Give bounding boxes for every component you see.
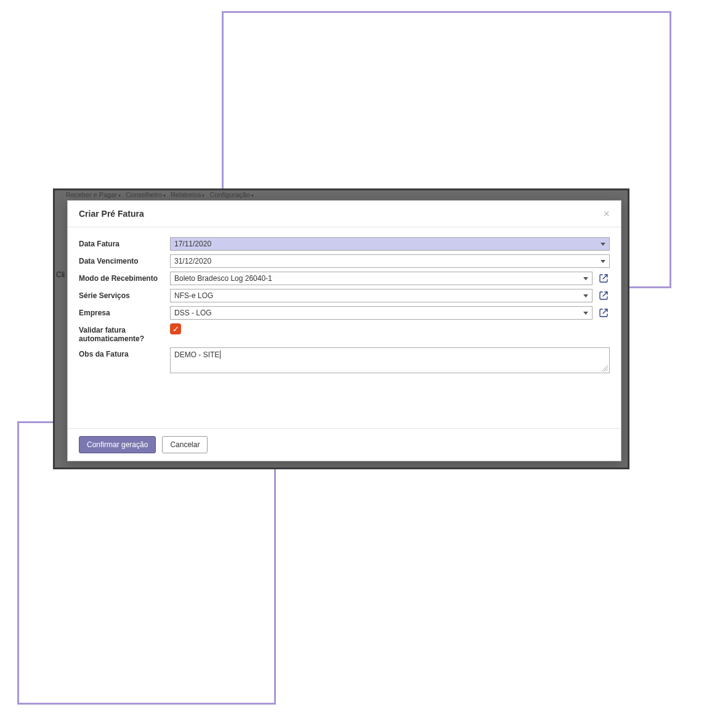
label-modo-recebimento: Modo de Recebimento (79, 272, 170, 283)
empresa-value: DSS - LOG (174, 309, 212, 317)
external-link-icon[interactable] (597, 307, 610, 319)
label-validar-auto: Validar fatura automaticamente? (79, 323, 170, 344)
menu-item-receber-pagar[interactable]: Receber e Pagar (66, 191, 123, 198)
menu-item-configuracao[interactable]: Configuração (209, 191, 256, 198)
data-fatura-select[interactable]: 17/11/2020 (170, 237, 610, 251)
serie-servicos-select[interactable]: NFS-e LOG (170, 289, 593, 302)
data-vencimento-select[interactable]: 31/12/2020 (170, 254, 610, 268)
modal-body: Data Fatura 17/11/2020 Data Vencimento 3… (68, 227, 621, 428)
app-window: Receber e Pagar Conselheiro Relatorios C… (53, 188, 629, 469)
text-cursor (220, 350, 220, 359)
data-fatura-value: 17/11/2020 (174, 240, 211, 248)
modal-title: Criar Pré Fatura (79, 209, 144, 219)
external-link-icon[interactable] (597, 289, 610, 302)
menu-item-conselheiro[interactable]: Conselheiro (126, 191, 168, 198)
data-vencimento-value: 31/12/2020 (174, 257, 211, 265)
modal-criar-pre-fatura: Criar Pré Fatura × Data Fatura 17/11/202… (67, 200, 621, 461)
resize-grip-icon[interactable] (602, 365, 608, 371)
modo-recebimento-value: Boleto Bradesco Log 26040-1 (174, 274, 272, 283)
modo-recebimento-select[interactable]: Boleto Bradesco Log 26040-1 (170, 272, 593, 285)
menu-item-relatorios[interactable]: Relatorios (171, 191, 208, 198)
obs-fatura-value: DEMO - SITE (174, 350, 219, 359)
label-serie-servicos: Série Serviços (79, 289, 170, 300)
close-icon[interactable]: × (603, 208, 610, 219)
serie-servicos-value: NFS-e LOG (174, 291, 213, 300)
validar-auto-checkbox[interactable]: ✓ (170, 323, 181, 334)
modal-header: Criar Pré Fatura × (68, 201, 621, 227)
external-link-icon[interactable] (597, 272, 610, 285)
confirm-button[interactable]: Confirmar geração (79, 436, 156, 453)
main-menu: Receber e Pagar Conselheiro Relatorios C… (66, 190, 256, 199)
label-data-fatura: Data Fatura (79, 237, 170, 248)
label-data-vencimento: Data Vencimento (79, 254, 170, 265)
label-obs-fatura: Obs da Fatura (79, 347, 170, 358)
background-clipped-text: Cli (56, 270, 65, 279)
cancel-button[interactable]: Cancelar (162, 436, 208, 453)
label-empresa: Empresa (79, 306, 170, 317)
modal-footer: Confirmar geração Cancelar (68, 428, 621, 461)
obs-fatura-textarea[interactable]: DEMO - SITE (170, 347, 610, 373)
empresa-select[interactable]: DSS - LOG (170, 306, 593, 320)
